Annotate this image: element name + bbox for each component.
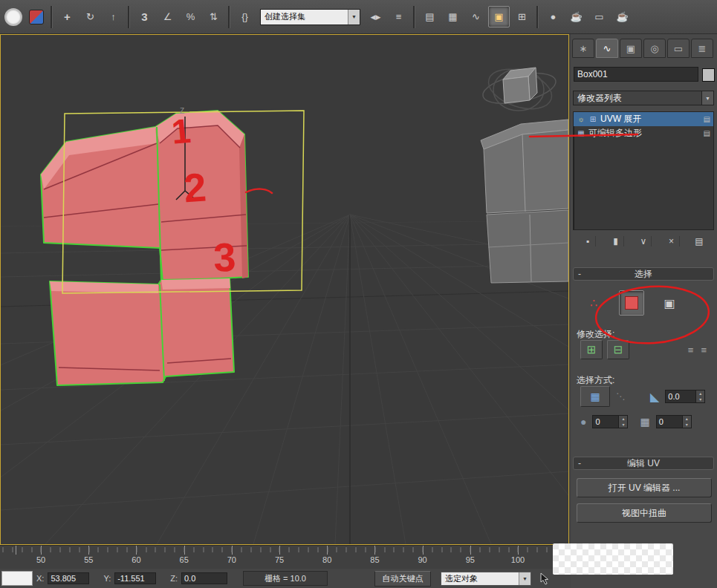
grow-shrink-row: ⊞ ⊟ ≡ ≡ <box>573 340 714 359</box>
spinner-up[interactable]: ▴ <box>683 416 691 422</box>
censored-watermark <box>553 543 673 575</box>
toolbar-separator <box>413 6 415 28</box>
spinner-up[interactable]: ▴ <box>696 391 704 396</box>
polygon-icon <box>625 296 638 310</box>
selection-set-dropdown[interactable]: 创建选择集 ▼ <box>260 9 360 25</box>
warp-in-view-button[interactable]: 视图中扭曲 <box>577 503 712 523</box>
planar-angle-spinner[interactable]: 0.0 ▴▾ <box>665 390 705 403</box>
rollout-edit-uv-header[interactable]: - 编辑 UV <box>573 457 714 470</box>
y-coordinate-field[interactable] <box>114 572 156 584</box>
panel-tabs: ∗ ∿ ▣ ◎ ▭ ≣ <box>572 39 713 58</box>
planar-angle-icon[interactable]: ◣ <box>650 390 659 404</box>
dropdown-arrow-icon[interactable]: ▼ <box>348 10 360 24</box>
toolbar-separator <box>128 6 130 28</box>
modifier-stack: ☼ ⊞ UVW 展开 ▤ ▦ 可编辑多边形 ▤ <box>573 111 714 230</box>
vertex-mode-button[interactable]: ∴ <box>582 291 606 315</box>
tab-utilities[interactable]: ≣ <box>691 39 713 58</box>
subobject-mode-row: ∴ ▣ <box>573 288 714 318</box>
collapse-icon[interactable]: - <box>574 458 585 468</box>
spinner-up[interactable]: ▴ <box>619 416 627 422</box>
mirror-icon[interactable]: ◀▶ <box>365 6 386 27</box>
pin-stack-icon[interactable]: ▪ <box>580 236 596 246</box>
sphere-spinner[interactable]: 0 ▴▾ <box>592 415 628 428</box>
maxscript-mini-listener[interactable] <box>1 571 33 586</box>
stack-row-editable-poly[interactable]: ▦ 可编辑多边形 ▤ <box>574 126 713 140</box>
auto-key-button[interactable]: 自动关键点 <box>374 571 431 587</box>
visibility-bulb-icon[interactable]: ☼ <box>577 115 585 123</box>
select-and-place-icon[interactable]: ↑ <box>103 6 124 27</box>
layer-manager-icon[interactable]: ▤ <box>419 6 441 27</box>
tick-label: 75 <box>256 555 303 564</box>
spinner-down[interactable]: ▾ <box>619 422 627 428</box>
grow-selection-button[interactable]: ⊞ <box>580 340 603 359</box>
tab-create[interactable]: ∗ <box>572 39 594 58</box>
select-by-label: 选择方式: <box>577 374 614 387</box>
curve-editor-icon[interactable]: ∿ <box>465 6 487 27</box>
selection-filter-dropdown[interactable]: 选定对象 ▼ <box>441 572 531 586</box>
selection-set-value: 创建选择集 <box>265 11 305 22</box>
toolbar-separator <box>51 6 53 28</box>
stack-row-uvw-unwrap[interactable]: ☼ ⊞ UVW 展开 ▤ <box>574 112 713 126</box>
remove-modifier-icon[interactable]: × <box>664 236 680 246</box>
polygon-mode-button[interactable] <box>619 290 644 316</box>
viewport-canvas[interactable]: Z 1 2 3 <box>1 35 568 544</box>
loop-selection-icon[interactable]: ≡ <box>701 344 707 356</box>
rollout-selection-header[interactable]: - 选择 <box>573 267 714 281</box>
tick-label: 100 <box>494 555 542 564</box>
perspective-viewport[interactable]: Z 1 2 3 <box>0 34 569 545</box>
ring-selection-icon[interactable]: ≡ <box>688 344 694 356</box>
configure-modifier-sets-icon[interactable]: ▤ <box>692 236 707 246</box>
spinner-down[interactable]: ▾ <box>696 396 704 402</box>
spinner-snap-icon[interactable]: ⇅ <box>203 6 224 27</box>
scene-explorer-icon[interactable]: ▣ <box>488 6 510 27</box>
edit-named-selection-icon[interactable]: {} <box>234 6 256 27</box>
render-setup-icon[interactable]: ☕ <box>565 6 587 27</box>
paint-select-icon[interactable]: ⋱ <box>616 391 625 402</box>
modifier-list-dropdown[interactable]: 修改器列表 ▼ <box>573 91 714 105</box>
select-sphere-icon[interactable]: ● <box>580 416 586 428</box>
material-editor-icon[interactable]: ● <box>542 6 564 27</box>
object-name-field[interactable] <box>574 67 698 82</box>
select-and-link-icon[interactable] <box>25 6 47 27</box>
dropdown-arrow-icon[interactable]: ▼ <box>519 572 531 585</box>
select-grid-icon[interactable]: ▦ <box>640 416 649 428</box>
percent-snap-icon[interactable]: % <box>180 6 201 27</box>
open-uv-editor-button[interactable]: 打开 UV 编辑器 ... <box>577 478 712 497</box>
rendered-frame-icon[interactable]: ▭ <box>588 6 610 27</box>
vertex-icon: ∴ <box>590 296 597 310</box>
render-production-icon[interactable]: ☕ <box>611 6 633 27</box>
select-by-row-1: ▦ ⋱ ◣ 0.0 ▴▾ <box>573 386 714 407</box>
ribbon-icon[interactable]: ▦ <box>442 6 464 27</box>
tab-modify[interactable]: ∿ <box>596 39 618 58</box>
track-bar[interactable]: 50 55 60 65 70 75 80 85 90 95 100 <box>0 545 569 569</box>
angle-snap-icon[interactable]: ∠ <box>157 6 178 27</box>
tab-display[interactable]: ▭ <box>667 39 690 58</box>
status-bar: X: Y: Z: 栅格 = 10.0 自动关键点 选定对象 ▼ <box>0 569 571 588</box>
tick-label: 90 <box>399 555 447 564</box>
element-mode-button[interactable]: ▣ <box>658 291 681 315</box>
stack-state-icon: ▤ <box>704 115 710 123</box>
app-menu-button[interactable] <box>2 6 24 27</box>
x-coordinate-field[interactable] <box>48 572 89 584</box>
make-unique-icon[interactable]: ∨ <box>636 236 652 246</box>
show-end-result-icon[interactable]: ▮ <box>609 236 624 246</box>
z-coordinate-field[interactable] <box>181 572 227 584</box>
tick-label: 65 <box>160 555 208 564</box>
object-color-swatch[interactable] <box>702 68 715 82</box>
expand-icon[interactable]: ⊞ <box>588 115 597 123</box>
y-label: Y: <box>103 574 111 583</box>
select-and-move-icon[interactable]: + <box>56 6 78 27</box>
dropdown-arrow-icon[interactable]: ▼ <box>701 91 713 105</box>
snap-3d-icon[interactable]: 3 <box>134 6 155 27</box>
select-by-planar-button[interactable]: ▦ <box>580 386 610 407</box>
align-icon[interactable]: ≡ <box>388 6 409 27</box>
shrink-selection-button[interactable]: ⊟ <box>607 340 629 359</box>
select-and-rotate-icon[interactable]: ↻ <box>80 6 101 27</box>
grid-spinner[interactable]: 0 ▴▾ <box>656 415 692 428</box>
collapse-icon[interactable]: - <box>574 269 585 279</box>
schematic-view-icon[interactable]: ⊞ <box>511 6 533 27</box>
tab-motion[interactable]: ◎ <box>643 39 666 58</box>
spinner-down[interactable]: ▾ <box>683 422 691 428</box>
lower-boxes[interactable] <box>50 278 234 385</box>
tab-hierarchy[interactable]: ▣ <box>620 39 642 58</box>
